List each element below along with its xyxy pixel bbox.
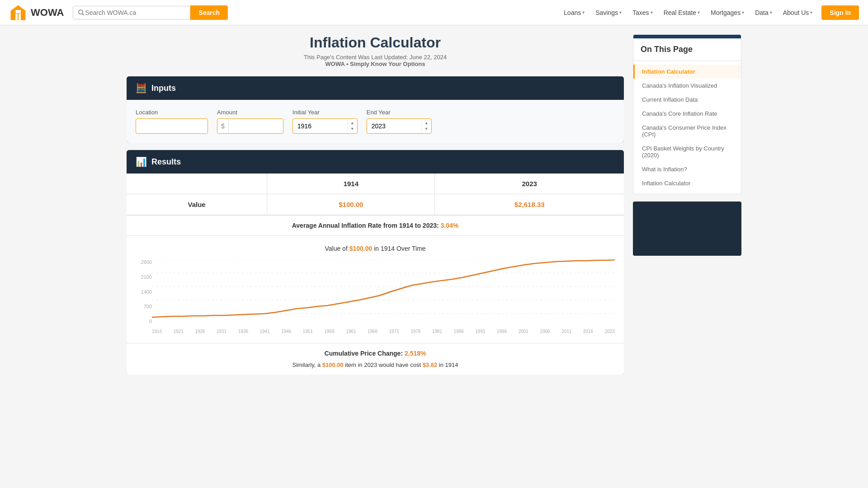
table-row: Value $100.00 $2,618.33 [127,194,624,215]
initial-year-label: Initial Year [292,109,358,116]
y-label-700: 700 [136,304,152,309]
savings-chevron-icon: ▾ [619,10,622,15]
nav-item-taxes[interactable]: Taxes ▾ [628,5,657,20]
initial-year-select[interactable]: 1916 1920 1930 [293,119,347,133]
cumulative-detail-prefix: Similarly, a [292,361,322,368]
inputs-header-label: Inputs [151,84,176,93]
sidebar-links: Inflation Calculator Canada's Inflation … [633,61,741,194]
end-year-select-wrap: 2023 2022 2021 ▲ ▼ [367,118,432,134]
inputs-body: Location Canada Amount $ 100 Initial Yea… [127,100,624,143]
sidebar-link-core-inflation[interactable]: Canada's Core Inflation Rate [633,107,741,121]
end-year-arrows[interactable]: ▲ ▼ [421,119,431,132]
y-label-2800: 2800 [136,259,152,265]
search-button[interactable]: Search [190,5,228,20]
sidebar: On This Page Inflation Calculator Canada… [633,34,741,375]
header: WOWA Search Loans ▾ Savings ▾ Taxes ▾ Re… [0,0,868,25]
mortgages-chevron-icon: ▾ [742,10,744,15]
nav-item-savings[interactable]: Savings ▾ [591,5,626,20]
logo[interactable]: WOWA [9,4,64,22]
x-label-2011: 2011 [561,329,571,334]
value-2023: $2,618.33 [435,194,624,215]
down-arrow-icon2: ▼ [425,126,429,132]
amount-label: Amount [217,109,283,116]
loans-chevron-icon: ▾ [582,10,585,15]
initial-year-arrows[interactable]: ▲ ▼ [347,119,357,132]
y-label-2100: 2100 [136,274,152,280]
sidebar-link-what-is-inflation[interactable]: What is Inflation? [633,162,741,176]
x-label-1946: 1946 [281,329,291,334]
nav-item-about[interactable]: About Us ▾ [778,5,817,20]
amount-group: Amount $ 100 [217,109,283,134]
x-label-1986: 1986 [454,329,464,334]
search-input[interactable] [85,9,185,16]
nav-item-data[interactable]: Data ▾ [750,5,777,20]
x-label-1981: 1981 [432,329,442,334]
end-year-label: End Year [367,109,432,116]
sidebar-link-inflation-calc[interactable]: Inflation Calculator [633,65,741,79]
results-table: 1914 2023 Value $100.00 $2,618.33 [127,174,624,215]
end-year-select[interactable]: 2023 2022 2021 [367,119,421,133]
up-arrow-icon: ▲ [350,120,354,126]
x-label-1931: 1931 [217,329,226,334]
inputs-header: 🧮 Inputs [127,76,624,100]
x-label-2023: 2023 [604,329,614,334]
sidebar-top-bar [633,35,741,38]
x-label-1956: 1956 [325,329,335,334]
results-header-label: Results [151,157,181,167]
x-label-1941: 1941 [259,329,269,334]
x-label-2006: 2006 [540,329,550,334]
amount-wrap: $ 100 [217,118,283,134]
currency-symbol: $ [217,119,229,133]
location-input[interactable]: Canada [136,118,208,134]
avg-rate-value: 3.04% [441,222,459,229]
chart-line [152,260,615,317]
search-icon [78,9,85,16]
nav-item-loans[interactable]: Loans ▾ [559,5,589,20]
cumulative-row: Cumulative Price Change: 2,518% [136,350,615,357]
nav-item-real-estate[interactable]: Real Estate ▾ [659,5,704,20]
avg-rate-text: Average Annual Inflation Rate from 1914 … [292,222,439,229]
page-title: Inflation Calculator [127,34,624,51]
page-subtitle: This Page's Content Was Last Updated: Ju… [127,54,624,61]
sidebar-link-cpi[interactable]: Canada's Consumer Price Index (CPI) [633,121,741,141]
chart-title: Value of $100.00 in 1914 Over Time [136,245,615,252]
signin-button[interactable]: Sign In [821,5,859,20]
nav-links: Loans ▾ Savings ▾ Taxes ▾ Real Estate ▾ … [559,5,817,20]
up-arrow-icon2: ▲ [425,120,429,126]
avg-rate-row: Average Annual Inflation Rate from 1914 … [127,215,624,235]
line-chart-svg [152,259,615,327]
on-this-page-title: On This Page [641,45,734,54]
about-chevron-icon: ▾ [810,10,812,15]
sidebar-link-current-data[interactable]: Current Inflation Data [633,93,741,107]
chart-title-amount: $100.00 [349,245,373,252]
taxes-chevron-icon: ▾ [651,10,653,15]
x-label-1991: 1991 [475,329,485,334]
results-emoji-icon: 📊 [136,156,147,167]
x-label-1921: 1921 [174,329,184,334]
logo-icon [9,4,27,22]
col-empty-header [127,174,267,194]
nav-item-mortgages[interactable]: Mortgages ▾ [706,5,749,20]
sidebar-link-inflation-viz[interactable]: Canada's Inflation Visualized [633,79,741,93]
on-this-page-panel: On This Page Inflation Calculator Canada… [633,34,741,194]
sidebar-ad [633,202,741,256]
cumulative-detail-middle: item in 2023 would have cost [344,361,423,368]
x-label-1976: 1976 [410,329,420,334]
results-header: 📊 Results [127,150,624,174]
value-1914: $100.00 [267,194,435,215]
chart-title-prefix: Value of [325,245,349,252]
col-year2-header: 2023 [435,174,624,194]
chart-section: Value of $100.00 in 1914 Over Time 2800 … [127,235,624,343]
svg-rect-3 [15,10,21,13]
x-label-2001: 2001 [519,329,528,334]
sidebar-link-cpi-basket[interactable]: CPI Basket Weights by Country (2020) [633,141,741,162]
sidebar-link-inflation-calc-2[interactable]: Inflation Calculator [633,176,741,190]
chart-title-suffix: in 1914 Over Time [372,245,425,252]
row-label: Value [127,194,267,215]
realestate-chevron-icon: ▾ [698,10,700,15]
down-arrow-icon: ▼ [350,126,354,132]
x-label-1926: 1926 [195,329,205,334]
amount-input[interactable]: 100 [229,119,283,133]
svg-rect-1 [15,14,18,20]
content-area: Inflation Calculator This Page's Content… [127,34,624,375]
